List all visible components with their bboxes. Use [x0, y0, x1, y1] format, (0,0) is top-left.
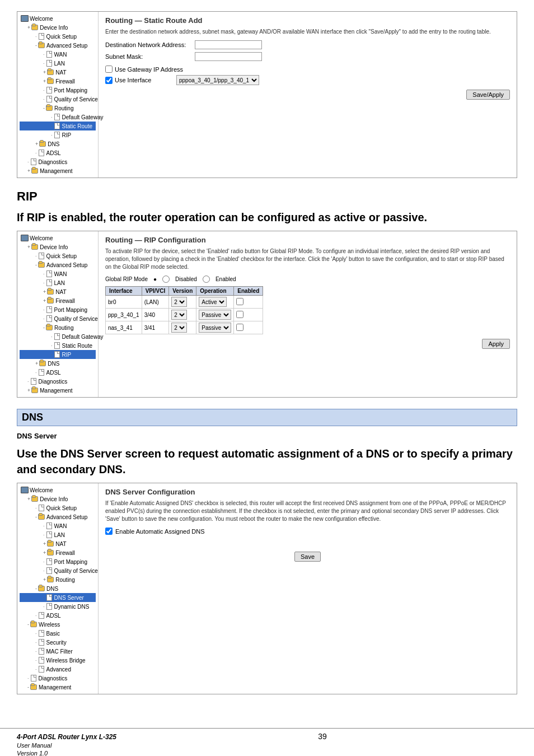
rip-row1-op-select[interactable]: Active	[199, 297, 227, 307]
sidebar-item-static-route[interactable]: · Static Route	[20, 122, 96, 130]
rip-row3-vpi: 3/41	[142, 321, 169, 334]
dest-network-label: Destination Network Address:	[105, 41, 195, 48]
sidebar-rip-advanced[interactable]: - Advanced Setup	[20, 260, 96, 269]
sidebar-dns-mgmt[interactable]: - Management	[20, 683, 96, 692]
sidebar-dns-welcome[interactable]: Welcome	[20, 486, 96, 494]
sidebar-dns-basic[interactable]: · Basic	[20, 629, 96, 638]
sidebar-rip-lan[interactable]: · LAN	[20, 278, 96, 287]
doc-rip-staticroute	[53, 342, 61, 349]
sidebar-rip-deviceinfo[interactable]: + Device Info	[20, 242, 96, 251]
sidebar-item-device-info[interactable]: + Device Info	[20, 23, 96, 32]
sidebar-rip-portmap[interactable]: · Port Mapping	[20, 305, 96, 314]
sidebar-dns-lan[interactable]: · LAN	[20, 530, 96, 539]
sidebar-rip-quicksetup[interactable]: · Quick Setup	[20, 251, 96, 260]
rip-row1-version-select[interactable]: 2	[171, 297, 187, 307]
monitor-icon-rip	[21, 234, 29, 242]
sidebar-rip-firewall[interactable]: + Firewall	[20, 296, 96, 305]
sidebar-item-mgmt[interactable]: + Management	[20, 166, 96, 175]
rip-row2-ver: 2	[169, 309, 196, 321]
sidebar-dns-adsl[interactable]: · ADSL	[20, 611, 96, 620]
doc-icon-lan	[45, 59, 53, 67]
sidebar-dns-wbridge[interactable]: · Wireless Bridge	[20, 656, 96, 665]
sidebar-item-port-mapping[interactable]: · Port Mapping	[20, 86, 96, 95]
rip-row3-version-select[interactable]: 2	[171, 323, 187, 333]
page-footer: 4-Port ADSL Router Lynx L-325 User Manua…	[0, 728, 534, 756]
sidebar-rip-routing[interactable]: - Routing	[20, 323, 96, 332]
monitor-icon-dns	[21, 486, 29, 494]
sidebar-rip-dgw[interactable]: · Default Gateway	[20, 332, 96, 341]
sidebar-dns-dnsserver[interactable]: · DNS Server	[20, 593, 96, 602]
sidebar-dns-qos[interactable]: · Quality of Service	[20, 566, 96, 575]
global-rip-disabled-radio[interactable]	[162, 276, 170, 283]
sidebar-item-quick-setup[interactable]: · Quick Setup	[20, 32, 96, 41]
sidebar-dns-dynamicdns[interactable]: · Dynamic DNS	[20, 602, 96, 611]
sidebar-rip-nat[interactable]: + NAT	[20, 287, 96, 296]
sidebar-item-wan[interactable]: · WAN	[20, 50, 96, 59]
doc-rip-dgw	[53, 333, 61, 340]
folder-icon-routing	[45, 104, 53, 112]
footer-version: Version 1.0	[17, 750, 116, 756]
sidebar-item-firewall[interactable]: + Firewall	[20, 77, 96, 86]
sidebar-item-dns[interactable]: + DNS	[20, 139, 96, 148]
sidebar-dns-advanced[interactable]: - Advanced Setup	[20, 512, 96, 521]
save-apply-button[interactable]: Save/Apply	[466, 90, 510, 100]
rip-row2-version-select[interactable]: 2	[171, 310, 187, 320]
subnet-mask-input[interactable]	[195, 52, 262, 61]
rip-row2-op-select[interactable]: Passive	[199, 310, 231, 320]
rip-row1-enabled-checkbox[interactable]	[236, 298, 243, 305]
folder-icon-advanced	[38, 41, 45, 49]
sidebar-dns-security[interactable]: · Security	[20, 638, 96, 647]
rip-row1-iface: br0	[106, 296, 142, 309]
rip-row1-vpi: (LAN)	[142, 296, 169, 309]
doc-dns-wbridge	[38, 656, 45, 664]
dest-network-input[interactable]	[195, 40, 262, 49]
sidebar-dns-nat[interactable]: + NAT	[20, 539, 96, 548]
doc-rip-qos	[45, 315, 53, 323]
sidebar-item-qos[interactable]: · Quality of Service	[20, 95, 96, 104]
sidebar-rip-qos[interactable]: · Quality of Service	[20, 314, 96, 323]
sidebar-dns-dns[interactable]: - DNS	[20, 584, 96, 593]
rip-row3-enabled-checkbox[interactable]	[236, 324, 243, 331]
rip-row2-enabled-checkbox[interactable]	[236, 311, 243, 318]
sidebar-item-diag[interactable]: · Diagnostics	[20, 157, 96, 166]
sidebar-item-default-gw[interactable]: · Default Gateway	[20, 113, 96, 122]
auto-dns-checkbox[interactable]	[105, 528, 113, 535]
dns-save-button[interactable]: Save	[294, 552, 321, 562]
sidebar-rip-mgmt[interactable]: + Management	[20, 386, 96, 395]
sidebar-dns-wireless[interactable]: - Wireless	[20, 620, 96, 629]
sidebar-dns-macfilter[interactable]: · MAC Filter	[20, 647, 96, 656]
sidebar-item-advanced-setup[interactable]: - Advanced Setup	[20, 41, 96, 50]
sidebar-dns-diag[interactable]: · Diagnostics	[20, 674, 96, 683]
sidebar-item-nat[interactable]: + NAT	[20, 68, 96, 77]
sidebar-item-routing[interactable]: - Routing	[20, 104, 96, 113]
sidebar-rip-adsl[interactable]: · ADSL	[20, 368, 96, 377]
use-interface-checkbox[interactable]	[105, 77, 113, 84]
sidebar-item-welcome[interactable]: Welcome	[20, 14, 96, 23]
sidebar-rip-welcome[interactable]: Welcome	[20, 234, 96, 242]
sidebar-dns-wan[interactable]: · WAN	[20, 521, 96, 530]
sidebar-rip-diag[interactable]: · Diagnostics	[20, 377, 96, 386]
sidebar-dns-portmap[interactable]: · Port Mapping	[20, 557, 96, 566]
interface-select[interactable]: pppoa_3_40_1/ppp_3_40_1	[176, 75, 259, 85]
sidebar-dns-deviceinfo[interactable]: + Device Info	[20, 494, 96, 503]
sidebar-rip-rip[interactable]: · RIP	[20, 350, 96, 359]
sidebar-rip-wan[interactable]: · WAN	[20, 269, 96, 278]
sidebar-rip-staticroute[interactable]: · Static Route	[20, 341, 96, 350]
dns-description-text: Use the DNS Server screen to request aut…	[17, 446, 517, 477]
sidebar-dns-firewall[interactable]: + Firewall	[20, 548, 96, 557]
doc-dns-wan	[45, 522, 53, 530]
sidebar-dns-wadvanced[interactable]: · Advanced	[20, 665, 96, 674]
sidebar-dns-routing[interactable]: + Routing	[20, 575, 96, 584]
gateway-ip-checkbox[interactable]	[105, 66, 113, 73]
sidebar-item-adsl[interactable]: · ADSL	[20, 148, 96, 157]
sidebar-item-lan[interactable]: · LAN	[20, 59, 96, 68]
sidebar-item-rip[interactable]: · RIP	[20, 130, 96, 139]
subnet-mask-label: Subnet Mask:	[105, 53, 195, 60]
sidebar-dns-quicksetup[interactable]: · Quick Setup	[20, 503, 96, 512]
sidebar-rip-dns[interactable]: + DNS	[20, 359, 96, 368]
table-row: ppp_3_40_1 3/40 2 Passive	[106, 309, 263, 321]
rip-apply-button[interactable]: Apply	[482, 339, 510, 349]
rip-row3-op-select[interactable]: Passive	[199, 323, 231, 333]
rip-row2-op: Passive	[196, 309, 234, 321]
global-rip-enabled-radio[interactable]	[203, 276, 210, 283]
